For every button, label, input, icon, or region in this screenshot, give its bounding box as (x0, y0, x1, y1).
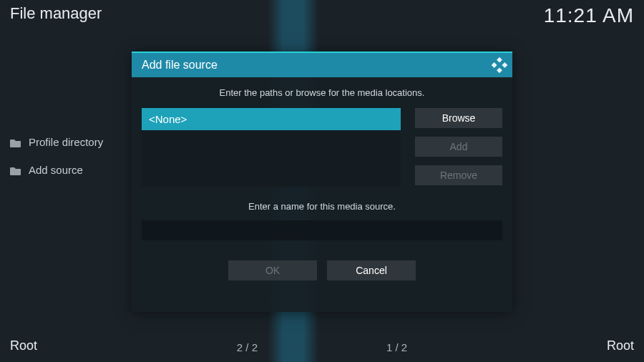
svg-rect-2 (502, 62, 507, 68)
footer-counter-left: 2 / 2 (237, 341, 258, 353)
svg-rect-0 (497, 57, 502, 63)
sidebar-item-label: Profile directory (29, 136, 103, 148)
browse-button[interactable]: Browse (415, 108, 502, 128)
svg-rect-1 (492, 62, 497, 68)
dialog-title: Add file source (142, 59, 218, 72)
footer-counters: 2 / 2 1 / 2 (0, 341, 644, 353)
dialog-titlebar: Add file source (132, 52, 512, 77)
dialog-instruction: Enter the paths or browse for the media … (142, 87, 502, 98)
left-panel: Profile directory Add source (10, 136, 103, 192)
add-file-source-dialog: Add file source Enter the paths or brows… (132, 52, 512, 312)
paths-row: <None> Browse Add Remove (142, 108, 502, 187)
kodi-logo-icon (489, 55, 509, 75)
side-buttons: Browse Add Remove (415, 108, 502, 185)
dialog-body: Enter the paths or browse for the media … (132, 77, 512, 288)
folder-icon (10, 165, 21, 175)
path-entry-selected[interactable]: <None> (142, 108, 401, 130)
page-title: File manager (10, 4, 102, 23)
name-section: Enter a name for this media source. (142, 201, 502, 240)
remove-button[interactable]: Remove (415, 165, 502, 185)
cancel-button[interactable]: Cancel (327, 260, 416, 280)
path-list[interactable]: <None> (142, 108, 401, 187)
sidebar-item-profile-directory[interactable]: Profile directory (10, 136, 103, 148)
clock: 11:21 AM (544, 4, 634, 27)
header: File manager 11:21 AM (10, 4, 634, 27)
dialog-actions: OK Cancel (142, 260, 502, 280)
add-button[interactable]: Add (415, 137, 502, 157)
sidebar-item-add-source[interactable]: Add source (10, 164, 103, 176)
folder-icon (10, 137, 21, 147)
ok-button[interactable]: OK (228, 260, 317, 280)
svg-rect-3 (497, 67, 502, 73)
name-instruction: Enter a name for this media source. (142, 201, 502, 212)
media-name-input[interactable] (142, 220, 502, 240)
sidebar-item-label: Add source (29, 164, 83, 176)
footer-counter-right: 1 / 2 (386, 341, 407, 353)
